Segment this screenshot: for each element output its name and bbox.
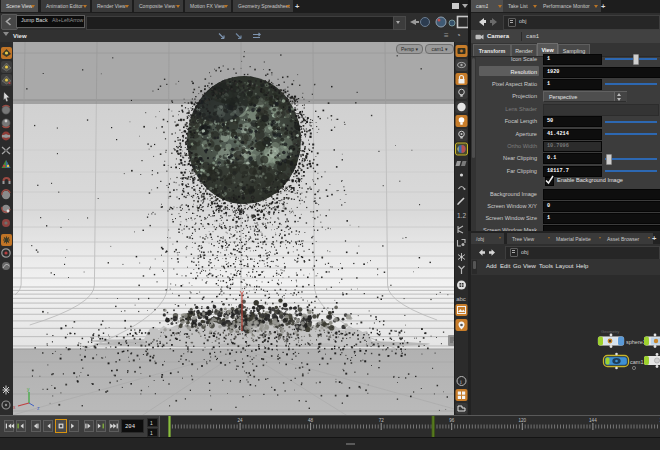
svg-text:cam1: cam1: [630, 359, 643, 365]
svg-text:abc: abc: [456, 296, 466, 302]
svg-text:24: 24: [238, 418, 244, 423]
svg-text:96: 96: [449, 418, 455, 423]
svg-text:i: i: [460, 378, 462, 385]
svg-text:48: 48: [308, 418, 314, 423]
svg-text:144: 144: [589, 418, 597, 423]
svg-text:120: 120: [518, 418, 526, 423]
svg-text:sphere1: sphere1: [626, 339, 646, 345]
svg-text:Geometry: Geometry: [601, 329, 620, 334]
svg-text:72: 72: [379, 418, 385, 423]
